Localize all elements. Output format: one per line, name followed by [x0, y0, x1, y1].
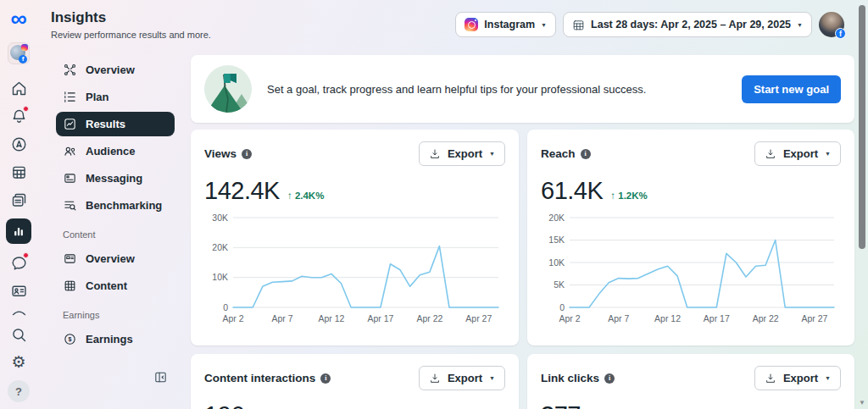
download-icon — [765, 373, 776, 384]
sidebar-item-content[interactable]: Content — [56, 274, 175, 298]
metrics-grid: Views i Export ▼ 142.4K ↑ 2.4K% 010K20K3… — [191, 130, 854, 409]
settings-gear-icon[interactable]: ⚙ — [9, 353, 28, 372]
account-selector[interactable]: Instagram ▼ — [455, 12, 556, 37]
svg-text:Apr 22: Apr 22 — [416, 313, 442, 323]
collapse-sidebar-icon[interactable] — [153, 370, 168, 388]
arc-icon — [9, 309, 28, 316]
info-icon[interactable]: i — [320, 373, 331, 384]
metric-value: 196 — [204, 401, 244, 409]
date-range-label: Last 28 days: Apr 2, 2025 – Apr 29, 2025 — [591, 19, 791, 30]
account-selector-label: Instagram — [484, 19, 535, 30]
svg-text:10K: 10K — [548, 257, 565, 268]
contacts-icon[interactable] — [9, 281, 28, 300]
card-title: Link clicks — [541, 372, 599, 384]
notification-dot — [23, 106, 29, 112]
goal-illustration — [204, 65, 252, 113]
views-card: Views i Export ▼ 142.4K ↑ 2.4K% 010K20K3… — [191, 130, 519, 345]
svg-text:Apr 12: Apr 12 — [318, 313, 344, 323]
views-chart: 010K20K30KApr 2Apr 7Apr 12Apr 17Apr 22Ap… — [204, 209, 505, 328]
svg-text:Apr 27: Apr 27 — [801, 313, 827, 323]
svg-text:Apr 2: Apr 2 — [559, 313, 580, 323]
header-controls: Instagram ▼ Last 28 days: Apr 2, 2025 – … — [455, 12, 844, 37]
goal-banner: Set a goal, track progress and learn hel… — [191, 55, 854, 123]
sidebar-item-benchmarking[interactable]: Benchmarking — [56, 193, 175, 218]
main-content: Set a goal, track progress and learn hel… — [191, 55, 854, 409]
svg-text:Apr 27: Apr 27 — [465, 313, 492, 323]
search-icon[interactable] — [9, 325, 28, 344]
link-clicks-card: Link clicks i Export ▼ 377 ↑ 685.4% — [527, 354, 854, 409]
ads-icon[interactable] — [9, 135, 28, 153]
metric-value: 142.4K — [204, 177, 280, 205]
svg-text:0: 0 — [559, 302, 565, 312]
page-header: Insights Review performance results and … — [51, 9, 211, 40]
page-title: Insights — [51, 9, 211, 26]
metric-value: 61.4K — [541, 177, 603, 205]
chevron-down-icon: ▼ — [541, 22, 547, 28]
sidebar-item-label: Earnings — [86, 333, 133, 345]
info-icon[interactable]: i — [242, 149, 252, 159]
sidebar-section-earnings: Earnings — [63, 310, 175, 320]
sidebar-item-label: Overview — [86, 64, 135, 76]
sidebar-section-content: Content — [63, 229, 175, 240]
sidebar-item-label: Benchmarking — [86, 199, 162, 212]
inbox-icon[interactable] — [9, 253, 28, 272]
profile-avatar[interactable]: f — [819, 12, 844, 37]
meta-logo[interactable]: ∞ — [10, 7, 26, 30]
sidebar-item-content-overview[interactable]: Overview — [56, 246, 175, 271]
sidebar-item-label: Audience — [86, 145, 136, 158]
card-title: Views — [204, 147, 236, 160]
svg-text:30K: 30K — [212, 213, 228, 223]
sidebar-item-label: Results — [86, 118, 125, 130]
scrollbar-down-arrow[interactable]: ▼ — [859, 399, 865, 406]
date-range-selector[interactable]: Last 28 days: Apr 2, 2025 – Apr 29, 2025… — [563, 12, 812, 37]
home-icon[interactable] — [9, 79, 28, 97]
insights-sidebar: Overview Plan Results Audience Messaging… — [37, 58, 191, 354]
export-button[interactable]: Export ▼ — [419, 366, 505, 390]
card-title: Reach — [541, 147, 576, 160]
sidebar-item-earnings[interactable]: $ Earnings — [56, 327, 175, 351]
planner-icon[interactable] — [9, 163, 28, 181]
sidebar-item-audience[interactable]: Audience — [56, 139, 175, 163]
sidebar-item-results[interactable]: Results — [56, 112, 175, 136]
reach-card: Reach i Export ▼ 61.4K ↑ 1.2K% 05K10K15K… — [527, 130, 854, 345]
metric-delta: ↑ 1.2K% — [610, 191, 647, 201]
reach-chart: 05K10K15K20KApr 2Apr 7Apr 12Apr 17Apr 22… — [541, 209, 841, 328]
svg-text:Apr 2: Apr 2 — [222, 313, 243, 323]
sidebar-item-label: Overview — [86, 252, 135, 265]
sidebar-item-overview[interactable]: Overview — [56, 58, 175, 82]
svg-text:$: $ — [69, 336, 72, 343]
sidebar-item-label: Plan — [86, 91, 108, 103]
metric-value: 377 — [541, 401, 581, 409]
content-posts-icon[interactable] — [9, 191, 28, 209]
export-button[interactable]: Export ▼ — [754, 141, 841, 166]
info-icon[interactable]: i — [604, 373, 615, 384]
svg-text:5K: 5K — [554, 279, 565, 290]
chevron-down-icon: ▼ — [825, 375, 831, 381]
metric-delta: ↑ 2.4K% — [287, 191, 324, 201]
content-interactions-card: Content interactions i Export ▼ 196 ↑ 11… — [191, 354, 519, 409]
export-button[interactable]: Export ▼ — [419, 141, 505, 166]
info-icon[interactable]: i — [581, 149, 591, 159]
svg-text:20K: 20K — [212, 242, 228, 252]
chevron-down-icon: ▼ — [825, 151, 831, 157]
sidebar-item-messaging[interactable]: Messaging — [56, 166, 175, 191]
left-icon-rail: ∞ f — [0, 0, 37, 409]
business-portfolio-avatar[interactable]: f — [8, 42, 30, 64]
svg-text:Apr 17: Apr 17 — [704, 313, 730, 323]
page-scrollbar[interactable]: ▼ — [857, 0, 867, 409]
facebook-badge-icon: f — [19, 55, 27, 64]
notifications-icon[interactable] — [9, 107, 28, 125]
svg-text:Apr 22: Apr 22 — [753, 313, 779, 323]
scrollbar-thumb[interactable] — [859, 5, 865, 249]
sidebar-item-plan[interactable]: Plan — [56, 85, 175, 109]
help-button[interactable]: ? — [8, 380, 30, 402]
svg-text:15K: 15K — [548, 235, 565, 245]
page-subtitle: Review performance results and more. — [51, 30, 211, 40]
export-button[interactable]: Export ▼ — [754, 366, 841, 390]
chevron-down-icon: ▼ — [489, 375, 495, 381]
insights-icon[interactable] — [6, 218, 31, 244]
svg-text:20K: 20K — [548, 213, 565, 223]
start-new-goal-button[interactable]: Start new goal — [742, 75, 841, 103]
svg-text:Apr 17: Apr 17 — [367, 313, 393, 323]
svg-text:Apr 12: Apr 12 — [654, 313, 681, 323]
